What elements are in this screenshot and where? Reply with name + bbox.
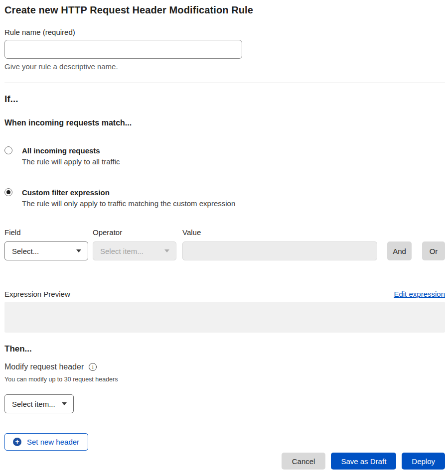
operator-select-value: Select item...: [100, 247, 144, 255]
field-label: Field: [4, 228, 93, 237]
save-as-draft-button[interactable]: Save as Draft: [331, 453, 396, 470]
modify-request-header-row: Modify request header: [4, 362, 445, 372]
deploy-button[interactable]: Deploy: [402, 453, 445, 470]
page-title: Create new HTTP Request Header Modificat…: [4, 3, 445, 17]
radio-option-description: The rule will apply to all traffic: [22, 157, 120, 167]
and-button[interactable]: And: [387, 241, 412, 260]
chevron-down-icon: [164, 249, 169, 252]
create-rule-page: Create new HTTP Request Header Modificat…: [0, 0, 448, 470]
info-icon[interactable]: [89, 363, 97, 371]
set-new-header-button[interactable]: Set new header: [4, 433, 88, 451]
operator-select-disabled: Select item...: [93, 241, 176, 260]
radio-button-selected-icon[interactable]: [4, 188, 12, 196]
expression-preview-label: Expression Preview: [4, 289, 70, 299]
radio-option-label: Custom filter expression: [22, 188, 235, 197]
or-button[interactable]: Or: [422, 241, 445, 260]
when-heading: When incoming requests match...: [4, 118, 445, 128]
section-divider: [4, 83, 445, 83]
radio-option-label: All incoming requests: [22, 146, 120, 155]
radio-option-all-incoming-requests[interactable]: All incoming requests The rule will appl…: [4, 146, 445, 167]
radio-option-texts: Custom filter expression The rule will o…: [22, 188, 235, 209]
then-heading: Then...: [4, 344, 445, 355]
expression-preview-header: Expression Preview Edit expression: [4, 289, 445, 299]
edit-expression-link[interactable]: Edit expression: [394, 289, 445, 299]
plus-circle-icon: [13, 438, 21, 446]
value-input-disabled: [182, 241, 377, 260]
set-new-header-label: Set new header: [27, 438, 79, 446]
field-select[interactable]: Select...: [4, 241, 88, 260]
cancel-button[interactable]: Cancel: [282, 453, 326, 470]
modify-request-header-label: Modify request header: [4, 362, 84, 372]
set-new-header-row: Set new header: [4, 413, 445, 451]
header-action-select[interactable]: Select item...: [4, 394, 74, 413]
chevron-down-icon: [76, 249, 81, 252]
rule-name-input[interactable]: [4, 40, 242, 59]
value-label: Value: [182, 228, 445, 237]
if-heading: If...: [4, 93, 445, 105]
footer-action-bar: Cancel Save as Draft Deploy: [4, 453, 445, 470]
field-select-value: Select...: [12, 247, 39, 255]
rule-name-help: Give your rule a descriptive name.: [4, 62, 445, 71]
chevron-down-icon: [62, 402, 67, 405]
modify-header-help-text: You can modify up to 30 request headers: [4, 376, 445, 383]
operator-label: Operator: [93, 228, 182, 237]
expression-builder-labels: Field Operator Value: [4, 228, 445, 237]
expression-preview-box: [4, 302, 445, 333]
radio-option-description: The rule will only apply to traffic matc…: [22, 199, 235, 209]
radio-option-texts: All incoming requests The rule will appl…: [22, 146, 120, 167]
header-action-select-value: Select item...: [12, 400, 55, 408]
radio-button-icon[interactable]: [4, 146, 12, 154]
rule-name-label: Rule name (required): [4, 27, 445, 37]
radio-option-custom-filter-expression[interactable]: Custom filter expression The rule will o…: [4, 188, 445, 209]
expression-builder-row: Select... Select item... And Or: [4, 241, 445, 260]
